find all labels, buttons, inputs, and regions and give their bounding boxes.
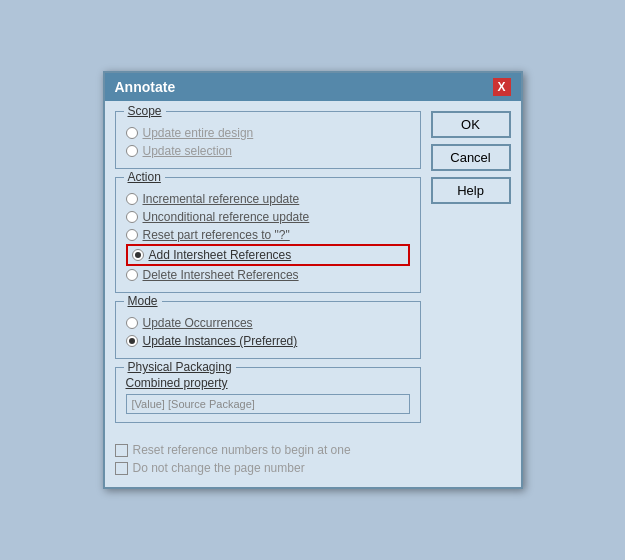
combined-label: Combined property: [126, 376, 410, 390]
action-reset-label: Reset part references to "?": [143, 228, 290, 242]
mode-label: Mode: [124, 294, 162, 308]
scope-content: Update entire design Update selection: [126, 124, 410, 160]
mode-instances-radio[interactable]: [126, 335, 138, 347]
mode-occurrences-radio[interactable]: [126, 317, 138, 329]
right-panel: OK Cancel Help: [431, 111, 511, 431]
mode-occurrences-item[interactable]: Update Occurrences: [126, 314, 410, 332]
action-incremental-radio[interactable]: [126, 193, 138, 205]
dialog-body: Scope Update entire design Update select…: [105, 101, 521, 441]
mode-content: Update Occurrences Update Instances (Pre…: [126, 314, 410, 350]
ok-button[interactable]: OK: [431, 111, 511, 138]
action-unconditional-radio[interactable]: [126, 211, 138, 223]
scope-group: Scope Update entire design Update select…: [115, 111, 421, 169]
physical-label: Physical Packaging: [124, 360, 236, 374]
combined-input[interactable]: [126, 394, 410, 414]
action-add-label: Add Intersheet References: [149, 248, 292, 262]
action-reset-radio[interactable]: [126, 229, 138, 241]
check-nochange-item[interactable]: Do not change the page number: [115, 459, 511, 477]
action-unconditional-label: Unconditional reference update: [143, 210, 310, 224]
title-bar: Annotate X: [105, 73, 521, 101]
action-reset-item[interactable]: Reset part references to "?": [126, 226, 410, 244]
mode-instances-item[interactable]: Update Instances (Preferred): [126, 332, 410, 350]
action-add-radio[interactable]: [132, 249, 144, 261]
action-add-item[interactable]: Add Intersheet References: [126, 244, 410, 266]
action-incremental-label: Incremental reference update: [143, 192, 300, 206]
scope-entire-label: Update entire design: [143, 126, 254, 140]
action-incremental-item[interactable]: Incremental reference update: [126, 190, 410, 208]
scope-label: Scope: [124, 104, 166, 118]
mode-group: Mode Update Occurrences Update Instances…: [115, 301, 421, 359]
mode-occurrences-label: Update Occurrences: [143, 316, 253, 330]
close-button[interactable]: X: [493, 78, 511, 96]
physical-group: Physical Packaging Combined property: [115, 367, 421, 423]
action-unconditional-item[interactable]: Unconditional reference update: [126, 208, 410, 226]
action-label: Action: [124, 170, 165, 184]
scope-entire-item[interactable]: Update entire design: [126, 124, 410, 142]
cancel-button[interactable]: Cancel: [431, 144, 511, 171]
mode-instances-label: Update Instances (Preferred): [143, 334, 298, 348]
check-reset-checkbox[interactable]: [115, 444, 128, 457]
check-reset-label: Reset reference numbers to begin at one: [133, 443, 351, 457]
action-delete-label: Delete Intersheet References: [143, 268, 299, 282]
annotate-dialog: Annotate X Scope Update entire design Up…: [103, 71, 523, 489]
check-nochange-label: Do not change the page number: [133, 461, 305, 475]
action-content: Incremental reference update Uncondition…: [126, 190, 410, 284]
scope-selection-item[interactable]: Update selection: [126, 142, 410, 160]
scope-selection-label: Update selection: [143, 144, 232, 158]
scope-selection-radio[interactable]: [126, 145, 138, 157]
check-nochange-checkbox[interactable]: [115, 462, 128, 475]
action-group: Action Incremental reference update Unco…: [115, 177, 421, 293]
scope-entire-radio[interactable]: [126, 127, 138, 139]
action-delete-item[interactable]: Delete Intersheet References: [126, 266, 410, 284]
action-delete-radio[interactable]: [126, 269, 138, 281]
left-panel: Scope Update entire design Update select…: [115, 111, 421, 431]
dialog-title: Annotate: [115, 79, 176, 95]
footer-checks: Reset reference numbers to begin at one …: [105, 441, 521, 487]
check-reset-item[interactable]: Reset reference numbers to begin at one: [115, 441, 511, 459]
help-button[interactable]: Help: [431, 177, 511, 204]
